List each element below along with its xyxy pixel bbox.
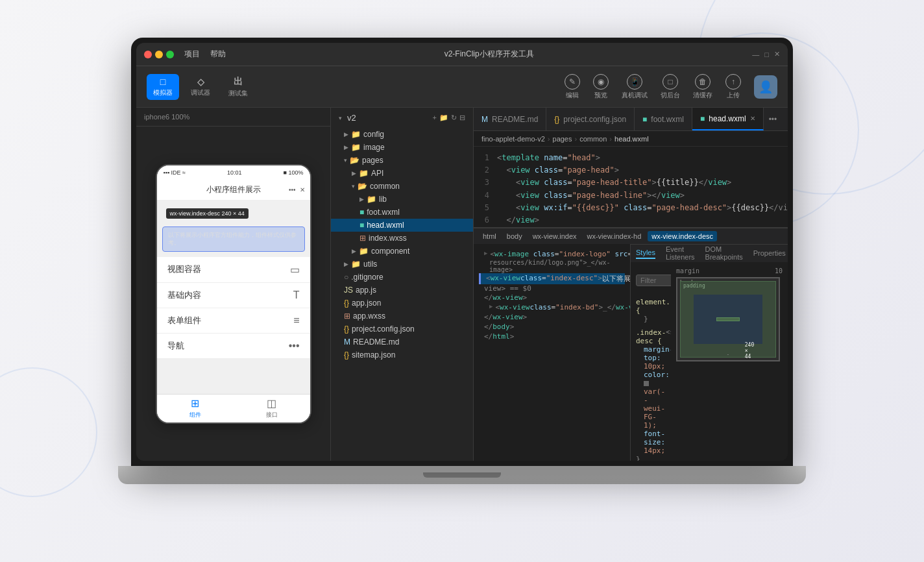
background-label: 切后台 xyxy=(661,91,680,100)
tree-item-utils[interactable]: ▶ 📁 utils xyxy=(331,258,473,271)
user-avatar[interactable]: 👤 xyxy=(754,75,777,99)
menu-item-project[interactable]: 项目 xyxy=(184,49,200,60)
phone-menu-icon-basic-content: T xyxy=(293,289,300,301)
devtools-crumb-html[interactable]: html xyxy=(479,231,500,241)
image-folder-icon: 📁 xyxy=(351,143,361,152)
phone-battery: ■ 100% xyxy=(284,169,304,176)
tree-item-component[interactable]: ▶ 📁 component xyxy=(331,245,473,258)
toolbar-debugger-button[interactable]: ◇ 调试器 xyxy=(184,74,217,100)
foot-wxml-label: foot.wxml xyxy=(367,208,400,217)
devtools-crumb-wx-view-index-desc[interactable]: wx-view.index-desc xyxy=(648,231,717,241)
tree-item-common[interactable]: ▾ 📂 common xyxy=(331,180,473,193)
toolbar-simulator-button[interactable]: □ 模拟器 xyxy=(147,74,179,100)
color-swatch xyxy=(644,381,649,386)
tree-item-config[interactable]: ▶ 📁 config xyxy=(331,128,473,141)
device-label: iphone6 100% xyxy=(144,113,189,121)
breadcrumb-sep-1: › xyxy=(548,135,550,143)
tree-item-pages[interactable]: ▾ 📂 pages xyxy=(331,154,473,167)
breadcrumb-root: fino-applet-demo-v2 xyxy=(481,135,545,143)
code-content-3: <view class="page-head-title">{{title}}<… xyxy=(497,177,788,189)
phone-frame-container: ▪▪▪ IDE ≈ 10:01 ■ 100% 小程序组件展示 ••• ✕ xyxy=(136,127,330,461)
phone-nav-component[interactable]: ⊞ 组件 xyxy=(189,397,201,419)
phone-header: iphone6 100% xyxy=(136,108,330,127)
window-close-button[interactable] xyxy=(144,51,152,58)
devtools-tab-styles[interactable]: Styles xyxy=(636,249,655,259)
phone-menu-label-view-container: 视图容器 xyxy=(167,263,201,275)
project-config-label: project.config.json xyxy=(352,324,415,334)
tree-item-index-wxss[interactable]: ⊞ index.wxss xyxy=(331,232,473,245)
phone-more-icon[interactable]: ••• xyxy=(289,186,296,193)
sitemap-label: sitemap.json xyxy=(352,350,395,360)
file-refresh-icon[interactable]: ↻ xyxy=(451,114,457,122)
code-content-2: <view class="page-head"> xyxy=(497,164,788,177)
tree-item-project-config[interactable]: {} project.config.json xyxy=(331,323,473,336)
html-line-arrow-1: ▶ xyxy=(484,250,487,256)
phone-nav-api[interactable]: ◫ 接口 xyxy=(266,397,278,419)
toolbar-testset-button[interactable]: 出 测试集 xyxy=(222,73,254,101)
common-arrow: ▾ xyxy=(352,183,355,189)
readme-label: README.md xyxy=(353,337,399,347)
tree-item-readme[interactable]: M README.md xyxy=(331,336,473,348)
html-line-wx-view-selected[interactable]: <wx-view class="index-desc"> 以下将展示小程序官方组… xyxy=(479,273,625,284)
phone-menu-item-nav[interactable]: 导航 ••• xyxy=(157,334,310,359)
tree-item-image[interactable]: ▶ 📁 image xyxy=(331,141,473,154)
tree-item-foot-wxml[interactable]: ■ foot.wxml xyxy=(331,206,473,219)
tab-close-icon[interactable]: ✕ xyxy=(750,115,755,122)
line-num-5: 5 xyxy=(474,202,497,214)
code-editor[interactable]: 1 <template name="head"> 2 <view class="… xyxy=(474,147,788,227)
box-model-diagram: border padding 240 × 44 xyxy=(676,277,780,361)
code-panel: M README.md {} project.config.json ■ foo… xyxy=(474,108,788,461)
phone-menu-item-basic-content[interactable]: 基础内容 T xyxy=(157,283,310,308)
window-minimize-button[interactable] xyxy=(155,51,163,58)
tab-project-config[interactable]: {} project.config.json xyxy=(546,108,635,130)
devtools-tab-event-listeners[interactable]: Event Listeners xyxy=(666,245,695,262)
toolbar-device-debug-button[interactable]: 📱 真机调试 xyxy=(622,74,648,100)
tree-item-sitemap[interactable]: {} sitemap.json xyxy=(331,348,473,361)
toolbar-preview-button[interactable]: ◉ 预览 xyxy=(593,74,609,100)
tab-more-button[interactable]: ••• xyxy=(764,115,783,124)
tree-item-lib[interactable]: ▶ 📁 lib xyxy=(331,193,473,206)
tree-item-api[interactable]: ▶ 📁 API xyxy=(331,167,473,180)
phone-highlight-box: 以下将展示小程序官方组件能力，组件样式仅供参考。 xyxy=(162,226,305,252)
file-collapse-icon[interactable]: ⊟ xyxy=(459,114,465,122)
phone-menu-item-view-container[interactable]: 视图容器 ▭ xyxy=(157,257,310,283)
tab-head-wxml[interactable]: ■ head.wxml ✕ xyxy=(692,108,764,130)
toolbar-clear-cache-button[interactable]: 🗑 清缓存 xyxy=(693,74,712,100)
phone-menu-item-form[interactable]: 表单组件 ≡ xyxy=(157,308,310,334)
devtools-tab-properties[interactable]: Properties xyxy=(753,249,786,258)
tree-item-app-json[interactable]: {} app.json xyxy=(331,297,473,310)
index-wxss-label: index.wxss xyxy=(369,234,407,243)
file-tree-header: ▾ v2 + 📁 ↻ ⊟ xyxy=(331,108,473,128)
devtools-crumb-body[interactable]: body xyxy=(503,231,526,241)
phone-close-icon[interactable]: ✕ xyxy=(300,186,305,193)
menu-item-help[interactable]: 帮助 xyxy=(210,49,226,60)
line-num-1: 1 xyxy=(474,152,497,164)
window-maximize-button[interactable] xyxy=(166,51,174,58)
app-js-label: app.js xyxy=(356,286,376,295)
toolbar-edit-button[interactable]: ✎ 编辑 xyxy=(565,74,580,100)
tree-item-app-js[interactable]: JS app.js xyxy=(331,284,473,297)
file-newfolder-icon[interactable]: 📁 xyxy=(439,114,448,122)
file-new-icon[interactable]: + xyxy=(433,114,437,122)
devtools-crumb-wx-view-index[interactable]: wx-view.index xyxy=(529,231,581,241)
readme-tab-label: README.md xyxy=(492,115,538,124)
tree-item-head-wxml[interactable]: ■ head.wxml xyxy=(331,219,473,232)
utils-folder-icon: 📁 xyxy=(351,260,361,269)
line-num-6: 6 xyxy=(474,214,497,226)
readme-tab-icon: M xyxy=(481,115,488,124)
devtools-breadcrumb: html body wx-view.index wx-view.index-hd… xyxy=(474,228,788,244)
tree-item-gitignore[interactable]: ○ .gitignore xyxy=(331,271,473,284)
phone-panel: iphone6 100% ▪▪▪ IDE ≈ 10:01 ■ 100% xyxy=(136,108,331,461)
tree-item-app-wxss[interactable]: ⊞ app.wxss xyxy=(331,310,473,323)
toolbar-upload-button[interactable]: ↑ 上传 xyxy=(725,74,741,100)
tab-readme[interactable]: M README.md xyxy=(474,108,546,130)
code-line-3: 3 <view class="page-head-title">{{title}… xyxy=(474,177,788,189)
devtools-tab-dom-breakpoints[interactable]: DOM Breakpoints xyxy=(705,245,743,262)
css-prop-font-size: font-size: 14px; xyxy=(644,430,666,455)
common-label: common xyxy=(370,182,400,191)
toolbar-background-button[interactable]: □ 切后台 xyxy=(661,74,680,100)
devtools-crumb-wx-view-index-hd[interactable]: wx-view.index-hd xyxy=(583,231,646,241)
styles-filter-input[interactable] xyxy=(636,275,671,286)
phone-menu-icon-form: ≡ xyxy=(293,315,299,326)
tab-foot-wxml[interactable]: ■ foot.wxml xyxy=(635,108,692,130)
